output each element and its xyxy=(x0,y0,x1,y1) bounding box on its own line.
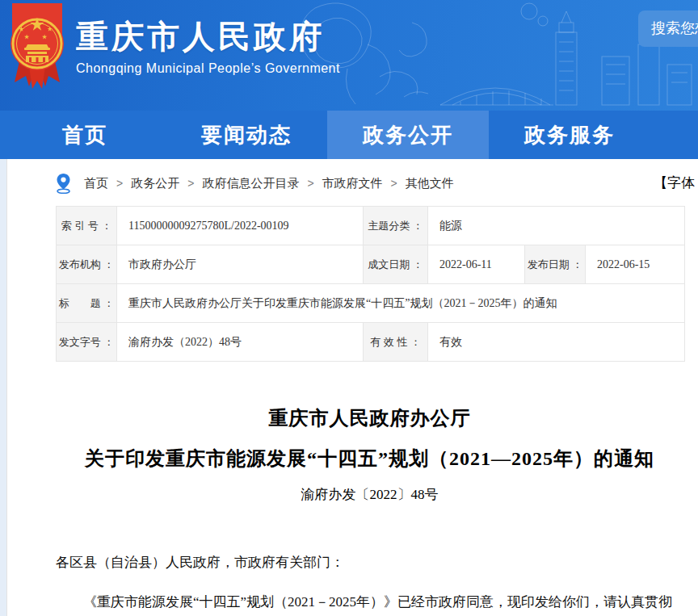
breadcrumb-item-directory[interactable]: 政府信息公开目录 xyxy=(202,176,299,191)
document-paragraph: 《重庆市能源发展“十四五”规划（2021－2025年）》已经市政府同意，现印发给… xyxy=(56,589,684,616)
table-row: 发文字号 ： 渝府办发（2022）48号 有 效 性 ： 有效 xyxy=(57,323,685,362)
table-row: 标 题 ： 重庆市人民政府办公厅关于印发重庆市能源发展“十四五”规划（2021－… xyxy=(57,284,685,323)
nav-item-interaction[interactable]: 互 xyxy=(650,111,698,159)
document-number: 渝府办发〔2022〕48号 xyxy=(56,485,683,504)
breadcrumb-separator: > xyxy=(187,177,194,190)
meta-value-issuing-agency: 市政府办公厅 xyxy=(117,245,364,284)
meta-label-topic-category: 主题分类 ： xyxy=(364,207,428,245)
breadcrumb-item-city-docs[interactable]: 市政府文件 xyxy=(322,176,383,191)
meta-value-topic-category: 能源 xyxy=(428,207,685,245)
table-row: 索 引 号 ： 11500000009275780L/2022-00109 主题… xyxy=(57,207,685,245)
main-nav: 首页 要闻动态 政务公开 政务服务 互 xyxy=(0,111,698,159)
meta-label-written-date: 成文日期 ： xyxy=(364,245,428,284)
meta-label-publish-date: 发布日期 ： xyxy=(525,245,586,284)
breadcrumb-item-gov-info[interactable]: 政务公开 xyxy=(131,176,179,191)
site-header: 重庆市人民政府 Chongqing Municipal People’s Gov… xyxy=(0,0,698,111)
document-body: 各区县（自治县）人民政府，市政府有关部门： 《重庆市能源发展“十四五”规划（20… xyxy=(56,549,684,616)
breadcrumb-item-other-docs[interactable]: 其他文件 xyxy=(406,176,454,191)
breadcrumb-separator: > xyxy=(116,177,123,190)
document-title-line1: 重庆市人民政府办公厅 xyxy=(56,405,683,431)
site-subtitle: Chongqing Municipal People’s Government xyxy=(76,61,340,76)
meta-value-title: 重庆市人民政府办公厅关于印发重庆市能源发展“十四五”规划（2021－2025年）… xyxy=(117,284,685,323)
document-title-line2: 关于印发重庆市能源发展“十四五”规划（2021—2025年）的通知 xyxy=(56,446,683,471)
breadcrumb-separator: > xyxy=(307,177,313,190)
meta-label-validity: 有 效 性 ： xyxy=(364,323,428,362)
breadcrumb-separator: > xyxy=(391,177,397,190)
nav-item-news[interactable]: 要闻动态 xyxy=(166,111,327,159)
font-size-tool[interactable]: 【字体 xyxy=(654,174,695,192)
meta-value-validity: 有效 xyxy=(428,323,685,362)
meta-value-written-date: 2022-06-11 xyxy=(428,245,525,284)
site-title: 重庆市人民政府 xyxy=(76,18,340,55)
document-salutation: 各区县（自治县）人民政府，市政府有关部门： xyxy=(56,549,684,576)
national-emblem-logo[interactable] xyxy=(8,3,66,92)
content-card: 首页 > 政务公开 > 政府信息公开目录 > 市政府文件 > 其他文件 【字体 … xyxy=(6,159,698,616)
nav-item-gov-info[interactable]: 政务公开 xyxy=(327,111,489,159)
meta-label-doc-number: 发文字号 ： xyxy=(57,323,117,362)
breadcrumb-item-home[interactable]: 首页 xyxy=(84,176,108,191)
nav-item-home[interactable]: 首页 xyxy=(4,111,166,159)
meta-value-index-no: 11500000009275780L/2022-00109 xyxy=(117,207,364,245)
document-meta-table: 索 引 号 ： 11500000009275780L/2022-00109 主题… xyxy=(56,206,685,362)
table-row: 发布机构 ： 市政府办公厅 成文日期 ： 2022-06-11 发布日期 ： 2… xyxy=(57,245,685,284)
breadcrumb: 首页 > 政务公开 > 政府信息公开目录 > 市政府文件 > 其他文件 【字体 xyxy=(56,172,683,195)
meta-label-title: 标 题 ： xyxy=(57,284,117,323)
meta-label-index-no: 索 引 号 ： xyxy=(57,207,117,245)
meta-value-publish-date: 2022-06-15 xyxy=(586,245,685,284)
location-pin-icon xyxy=(56,173,71,194)
meta-label-issuing-agency: 发布机构 ： xyxy=(57,245,117,284)
meta-value-doc-number: 渝府办发（2022）48号 xyxy=(117,323,364,362)
nav-item-gov-services[interactable]: 政务服务 xyxy=(489,111,650,159)
search-input[interactable]: 搜索您想 xyxy=(638,10,698,47)
